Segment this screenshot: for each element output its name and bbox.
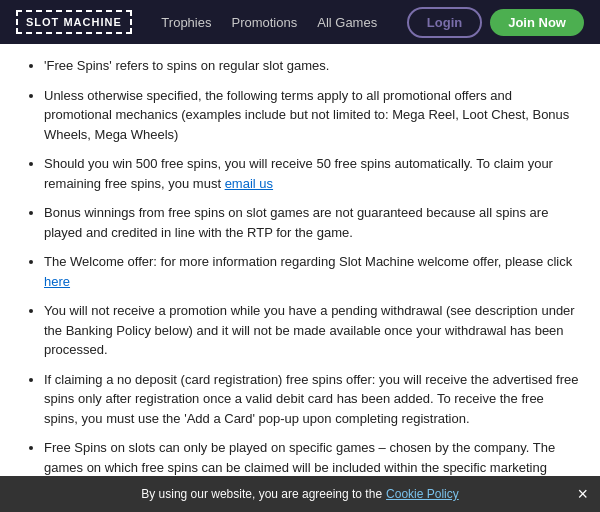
cookie-bar: By using our website, you are agreeing t… [0,476,600,512]
list-item-text: 'Free Spins' refers to spins on regular … [44,58,329,73]
main-content: 'Free Spins' refers to spins on regular … [0,44,600,476]
list-item: You will not receive a promotion while y… [44,301,580,360]
list-item: Unless otherwise specified, the followin… [44,86,580,145]
cookie-close-button[interactable]: × [577,485,588,503]
list-item-text-before: Should you win 500 free spins, you will … [44,156,553,191]
cookie-policy-link[interactable]: Cookie Policy [386,487,459,501]
terms-list: 'Free Spins' refers to spins on regular … [20,56,580,476]
logo: SLOT MACHINE [16,10,132,34]
list-item: Free Spins on slots can only be played o… [44,438,580,476]
list-item: 'Free Spins' refers to spins on regular … [44,56,580,76]
here-link[interactable]: here [44,274,70,289]
nav-promotions[interactable]: Promotions [231,15,297,30]
cookie-text: By using our website, you are agreeing t… [141,487,382,501]
header: SLOT MACHINE Trophies Promotions All Gam… [0,0,600,44]
list-item: Should you win 500 free spins, you will … [44,154,580,193]
join-button[interactable]: Join Now [490,9,584,36]
list-item-text: Free Spins on slots can only be played o… [44,440,555,476]
email-us-link[interactable]: email us [225,176,273,191]
logo-area: SLOT MACHINE [16,10,132,34]
login-button[interactable]: Login [407,7,482,38]
list-item: The Welcome offer: for more information … [44,252,580,291]
nav-links: Trophies Promotions All Games [161,15,377,30]
list-item: If claiming a no deposit (card registrat… [44,370,580,429]
list-item: Bonus winnings from free spins on slot g… [44,203,580,242]
list-item-text: Bonus winnings from free spins on slot g… [44,205,548,240]
nav-all-games[interactable]: All Games [317,15,377,30]
header-buttons: Login Join Now [407,7,584,38]
nav-trophies[interactable]: Trophies [161,15,211,30]
list-item-text: Unless otherwise specified, the followin… [44,88,569,142]
list-item-text-before: The Welcome offer: for more information … [44,254,572,269]
list-item-text: If claiming a no deposit (card registrat… [44,372,578,426]
list-item-text: You will not receive a promotion while y… [44,303,575,357]
